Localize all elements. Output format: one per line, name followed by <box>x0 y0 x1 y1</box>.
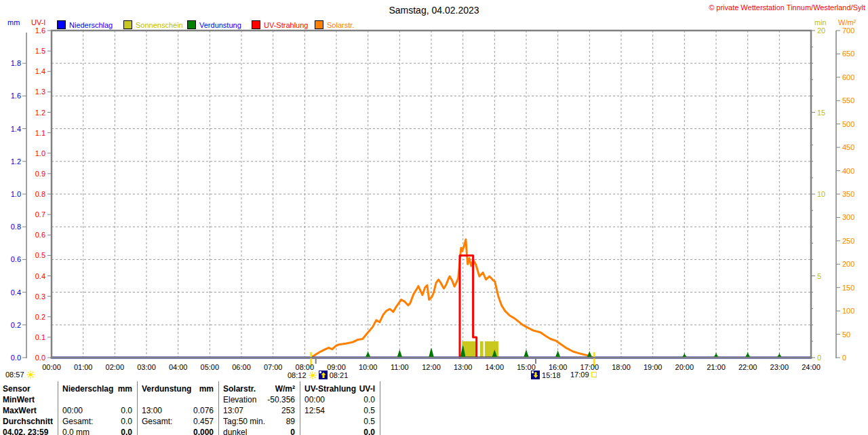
report-time-label: 08:57 <box>5 371 24 379</box>
sunset-time-label: 17:09 <box>570 371 589 379</box>
uv-tick-label: 0.2 <box>35 313 45 321</box>
table-cell-value: 0.457 <box>137 417 214 427</box>
wm2-tick-label: 0 <box>842 354 846 362</box>
x-tick-label: 00:00 <box>42 363 61 371</box>
uv-tick-label: 1.6 <box>35 26 45 35</box>
x-tick-label: 24:00 <box>802 363 821 371</box>
uv-tick-label: 1.2 <box>35 109 45 117</box>
mm-tick-label: 0.0 <box>11 354 21 362</box>
wm2-tick-label: 400 <box>842 167 854 175</box>
table-column-separator <box>380 381 380 435</box>
sunrise-marker-group: 08:12 08:21 <box>288 371 348 380</box>
uv-tick-label: 1.4 <box>35 67 45 75</box>
table-cell-value: 0.0 <box>300 395 375 405</box>
sunshine-bar <box>480 341 484 358</box>
wm2-tick-label: 50 <box>842 330 850 339</box>
x-tick-label: 06:00 <box>232 363 251 371</box>
wm2-tick-label: 600 <box>842 73 854 81</box>
x-tick-label: 07:00 <box>264 363 283 371</box>
x-tick-label: 20:00 <box>675 363 694 371</box>
solarstr-series-line <box>311 240 593 358</box>
mm-tick-label: 0.8 <box>11 223 21 231</box>
uv-tick-label: 0.3 <box>35 292 45 301</box>
wm2-tick-label: 250 <box>842 237 854 245</box>
table-row-label: MaxWert <box>3 406 57 416</box>
uv-tick-label: 1.0 <box>35 149 45 157</box>
table-row-label: MinWert <box>3 395 57 405</box>
table-cell-value: UV-I <box>300 384 375 394</box>
evaporation-spike <box>587 351 592 358</box>
x-tick-label: 23:00 <box>770 363 789 371</box>
x-tick-label: 21:00 <box>707 363 726 371</box>
evaporation-spike <box>397 349 402 358</box>
sunrise-time-label: 08:12 <box>288 371 307 379</box>
min-tick-label: 5 <box>817 272 821 280</box>
x-tick-label: 18:00 <box>612 363 631 371</box>
wm2-tick-label: 300 <box>842 213 854 221</box>
mm-tick-label: 1.4 <box>11 125 21 133</box>
table-cell-value: 253 <box>218 406 295 416</box>
table-row-label: 04.02. 23:59 <box>3 428 57 435</box>
min-tick-label: 15 <box>817 109 825 117</box>
uv-tick-label: 0.7 <box>35 210 45 219</box>
x-tick-label: 01:00 <box>74 363 93 371</box>
wm2-tick-label: 550 <box>842 96 854 105</box>
sun-down-arrow-icon <box>531 371 540 379</box>
uv-tick-label: 1.1 <box>35 129 45 137</box>
x-tick-label: 19:00 <box>644 363 663 371</box>
table-row-label: Durchschnitt <box>3 417 57 427</box>
min-tick-label: 0 <box>817 354 821 362</box>
uv-tick-label: 0.9 <box>35 170 45 178</box>
table-cell-value: 0.000 <box>137 428 214 435</box>
uv-tick-label: 0.5 <box>35 251 45 259</box>
table-cell-value: W/m² <box>218 384 295 394</box>
weather-station-chart-screen: Samstag, 04.02.2023 © private Wetterstat… <box>0 0 868 435</box>
x-tick-label: 04:00 <box>169 363 188 371</box>
sun-icon <box>26 371 35 379</box>
wm2-tick-label: 150 <box>842 284 854 292</box>
mm-tick-label: 0.6 <box>11 255 21 263</box>
wm2-tick-label: 200 <box>842 260 854 268</box>
x-tick-label: 13:00 <box>454 363 473 371</box>
wm2-tick-label: 100 <box>842 307 854 315</box>
sun-below-horizon-icon <box>591 372 597 377</box>
table-cell-value: 0.5 <box>300 406 375 416</box>
x-tick-label: 11:00 <box>391 363 409 371</box>
evaporation-spike <box>524 349 529 358</box>
sunset-marker-group: 17:09 <box>570 371 597 380</box>
uv-tick-label: 1.5 <box>35 47 45 55</box>
uv-tick-label: 1.3 <box>35 88 45 96</box>
chart-canvas: 0.00.20.40.60.81.01.21.41.61.80.00.10.20… <box>0 0 868 383</box>
x-tick-label: 22:00 <box>738 363 757 371</box>
table-cell-value: 0.0 <box>58 406 132 416</box>
sun-icon <box>309 371 317 379</box>
uv-tick-label: 0.4 <box>35 272 45 280</box>
evaporation-spike <box>366 351 371 358</box>
mm-tick-label: 1.0 <box>11 190 21 198</box>
last-sun-time-label: 15:18 <box>542 371 561 379</box>
x-tick-label: 03:00 <box>137 363 156 371</box>
evaporation-spike <box>429 348 434 358</box>
wm2-tick-label: 450 <box>842 143 854 151</box>
table-cell-value: 0.076 <box>137 406 214 416</box>
x-tick-label: 14:00 <box>486 363 505 371</box>
mm-tick-label: 1.8 <box>11 59 21 67</box>
table-cell-value: 89 <box>218 417 295 427</box>
mm-tick-label: 1.6 <box>11 92 21 100</box>
last-sun-marker-group: 15:18 <box>531 371 561 380</box>
x-tick-label: 05:00 <box>201 363 220 371</box>
report-time-marker: 08:57 <box>5 371 35 380</box>
sun-up-arrow-icon <box>319 371 328 379</box>
mm-tick-label: 0.4 <box>11 288 21 297</box>
table-cell-value: 0.0 <box>58 417 132 427</box>
evaporation-spike <box>555 350 561 358</box>
table-cell-value: mm <box>137 384 214 394</box>
mm-tick-label: 0.2 <box>11 321 21 329</box>
x-tick-label: 10:00 <box>359 363 378 371</box>
min-tick-label: 10 <box>817 190 825 198</box>
uv-tick-label: 0.8 <box>35 190 45 198</box>
uv-tick-label: 0.0 <box>35 354 45 362</box>
table-cell-value: 0 <box>218 428 295 435</box>
x-tick-label: 12:00 <box>422 363 441 371</box>
evaporation-spike <box>745 352 751 358</box>
